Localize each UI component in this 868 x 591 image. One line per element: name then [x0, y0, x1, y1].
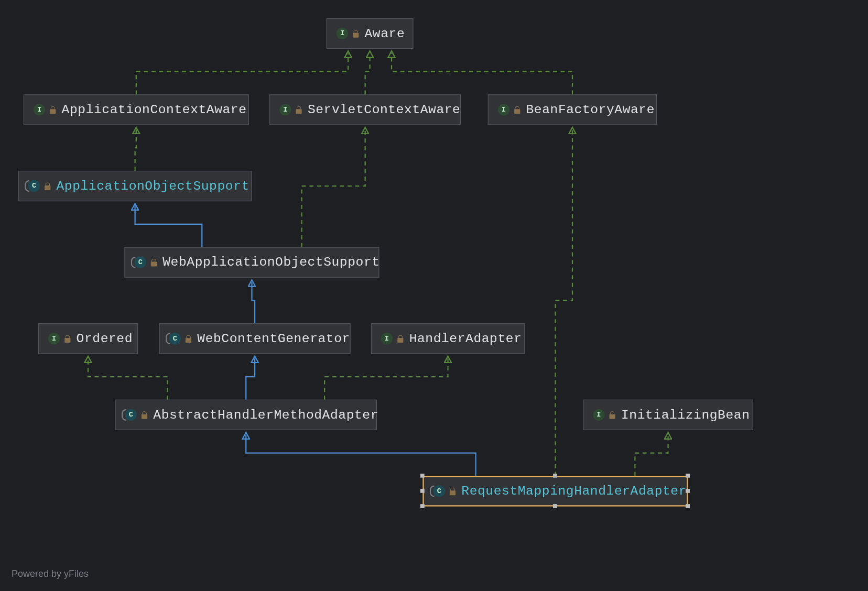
- uml-node-WebApplicationObjectSupport[interactable]: CWebApplicationObjectSupport: [124, 247, 379, 278]
- uml-node-ServletContextAware[interactable]: IServletContextAware: [269, 94, 461, 125]
- abstract-badge-icon: C: [125, 409, 137, 421]
- uml-node-HandlerAdapter[interactable]: IHandlerAdapter: [371, 323, 525, 354]
- extends-edge: [252, 282, 255, 323]
- uml-node-AbstractHandlerMethodAdapter[interactable]: CAbstractHandlerMethodAdapter: [115, 400, 377, 430]
- interface-badge-icon: I: [381, 333, 393, 344]
- selection-handle[interactable]: [686, 474, 690, 478]
- abstract-badge-icon: C: [134, 256, 146, 268]
- abstract-badge-icon: C: [169, 333, 181, 344]
- node-label: WebContentGenerator: [197, 331, 350, 346]
- lock-icon: [610, 411, 615, 419]
- selection-handle[interactable]: [686, 489, 690, 493]
- lock-icon: [151, 258, 157, 266]
- lock-icon: [514, 106, 520, 114]
- uml-node-InitializingBean[interactable]: IInitializingBean: [583, 400, 753, 430]
- watermark-label: Powered by yFiles: [12, 568, 89, 579]
- selection-handle[interactable]: [420, 504, 425, 508]
- lock-icon: [45, 182, 50, 190]
- uml-node-Aware[interactable]: IAware: [327, 18, 414, 49]
- node-label: BeanFactoryAware: [526, 102, 655, 117]
- implements-edge: [136, 53, 348, 94]
- uml-node-BeanFactoryAware[interactable]: IBeanFactoryAware: [488, 94, 657, 125]
- interface-badge-icon: I: [48, 333, 60, 344]
- node-label: Ordered: [77, 331, 133, 346]
- node-label: HandlerAdapter: [409, 331, 522, 346]
- lock-icon: [353, 30, 359, 38]
- uml-node-RequestMappingHandlerAdapter[interactable]: CRequestMappingHandlerAdapter: [422, 476, 688, 506]
- selection-handle[interactable]: [420, 474, 425, 478]
- selection-handle[interactable]: [553, 504, 557, 508]
- implements-edge: [88, 358, 167, 399]
- lock-icon: [186, 335, 191, 343]
- selection-handle[interactable]: [553, 474, 557, 478]
- abstract-badge-icon: C: [28, 180, 40, 192]
- uml-node-WebContentGenerator[interactable]: CWebContentGenerator: [159, 323, 351, 354]
- node-label: InitializingBean: [621, 408, 750, 422]
- implements-edge: [635, 435, 668, 476]
- interface-badge-icon: I: [337, 28, 348, 39]
- lock-icon: [64, 335, 70, 343]
- node-label: Aware: [365, 26, 405, 41]
- uml-node-ApplicationContextAware[interactable]: IApplicationContextAware: [24, 94, 249, 125]
- node-label: AbstractHandlerMethodAdapter: [153, 408, 378, 422]
- extends-edge: [246, 435, 475, 476]
- node-label: ApplicationContextAware: [62, 102, 247, 117]
- interface-badge-icon: I: [593, 409, 604, 421]
- node-label: ServletContextAware: [308, 102, 461, 117]
- class-badge-icon: C: [433, 485, 445, 497]
- lock-icon: [450, 487, 455, 495]
- interface-badge-icon: I: [279, 104, 291, 115]
- implements-edge: [392, 53, 572, 94]
- uml-node-ApplicationObjectSupport[interactable]: CApplicationObjectSupport: [18, 171, 252, 201]
- node-label: RequestMappingHandlerAdapter: [461, 484, 687, 498]
- node-label: WebApplicationObjectSupport: [162, 255, 379, 270]
- node-label: ApplicationObjectSupport: [57, 179, 249, 193]
- implements-edge: [302, 130, 365, 247]
- implements-edge: [324, 358, 448, 399]
- lock-icon: [142, 411, 147, 419]
- lock-icon: [50, 106, 56, 114]
- extends-edge: [246, 358, 255, 399]
- lock-icon: [397, 335, 403, 343]
- extends-edge: [135, 206, 202, 247]
- interface-badge-icon: I: [34, 104, 45, 115]
- interface-badge-icon: I: [498, 104, 509, 115]
- implements-edge: [365, 53, 370, 94]
- implements-edge: [556, 130, 572, 476]
- lock-icon: [296, 106, 301, 114]
- selection-handle[interactable]: [686, 504, 690, 508]
- selection-handle[interactable]: [420, 489, 425, 493]
- implements-edge: [135, 130, 136, 171]
- uml-node-Ordered[interactable]: IOrdered: [38, 323, 138, 354]
